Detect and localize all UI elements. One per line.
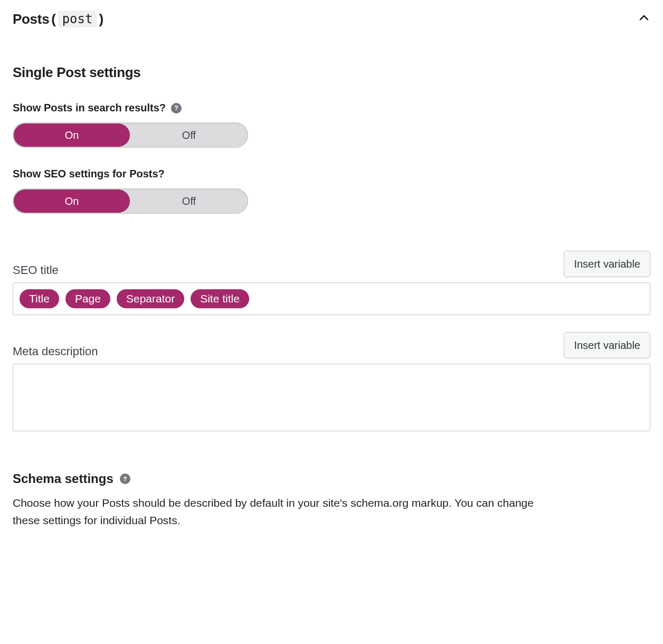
panel-title: Posts ( post ) — [13, 11, 103, 27]
schema-settings-section: Schema settings ? Choose how your Posts … — [13, 471, 650, 529]
seo-title-label: SEO title — [13, 263, 59, 277]
help-icon[interactable]: ? — [171, 103, 182, 113]
show-in-search-label: Show Posts in search results? — [13, 102, 166, 114]
schema-settings-heading: Schema settings — [13, 471, 113, 486]
show-seo-settings-field: Show SEO settings for Posts? On Off — [13, 168, 650, 214]
insert-variable-button[interactable]: Insert variable — [564, 251, 650, 277]
panel-title-prefix: Posts — [13, 11, 49, 27]
variable-pill-page[interactable]: Page — [65, 289, 110, 308]
schema-settings-description: Choose how your Posts should be describe… — [13, 495, 562, 529]
toggle-on-button[interactable]: On — [14, 190, 130, 213]
toggle-off-button[interactable]: Off — [131, 124, 247, 147]
show-seo-settings-toggle[interactable]: On Off — [13, 188, 248, 214]
paren-open: ( — [51, 11, 55, 27]
meta-description-label: Meta description — [13, 345, 98, 358]
toggle-off-button[interactable]: Off — [131, 190, 247, 213]
insert-variable-button[interactable]: Insert variable — [564, 332, 650, 358]
panel-header[interactable]: Posts ( post ) — [13, 11, 650, 27]
seo-title-input[interactable]: Title Page Separator Site title — [13, 282, 650, 315]
seo-title-block: SEO title Insert variable Title Page Sep… — [13, 251, 650, 315]
chevron-up-icon[interactable] — [638, 12, 650, 26]
show-seo-settings-label: Show SEO settings for Posts? — [13, 168, 165, 180]
variable-pill-site-title[interactable]: Site title — [191, 289, 249, 308]
meta-description-input[interactable] — [13, 364, 650, 431]
help-icon[interactable]: ? — [120, 473, 130, 484]
variable-pill-separator[interactable]: Separator — [117, 289, 184, 308]
variable-pill-title[interactable]: Title — [20, 289, 59, 308]
single-post-settings-heading: Single Post settings — [13, 64, 650, 81]
meta-description-block: Meta description Insert variable — [13, 332, 650, 431]
paren-close: ) — [99, 11, 103, 27]
show-in-search-field: Show Posts in search results? ? On Off — [13, 102, 650, 148]
post-type-slug: post — [58, 11, 97, 27]
toggle-on-button[interactable]: On — [14, 124, 130, 147]
show-in-search-toggle[interactable]: On Off — [13, 122, 248, 148]
